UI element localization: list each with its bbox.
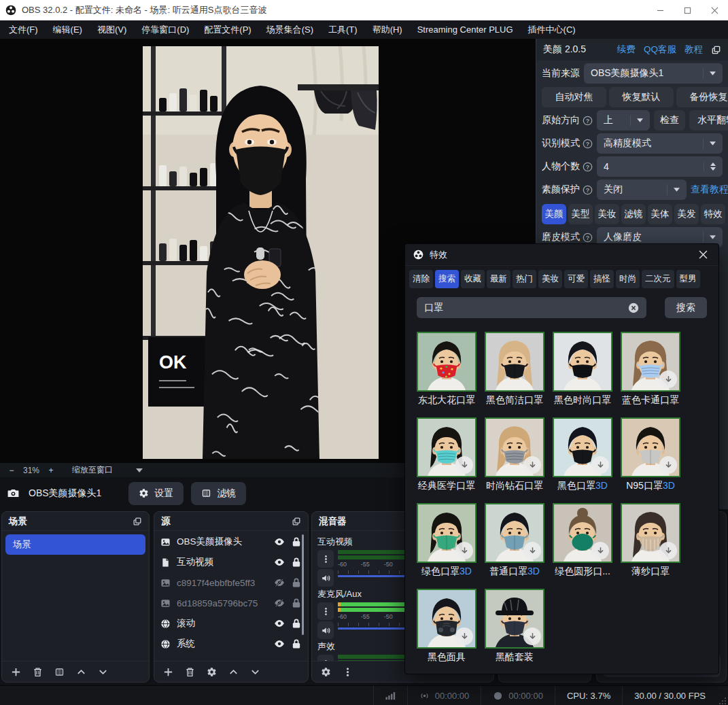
dialog-close-button[interactable] [695, 247, 710, 262]
lock-icon[interactable] [291, 577, 302, 588]
help-icon[interactable]: ? [583, 116, 593, 126]
effect-thumbnail[interactable] [621, 417, 680, 477]
close-button[interactable] [701, 0, 728, 20]
person-count-stepper[interactable]: 4 [597, 156, 723, 177]
effect-item-14[interactable]: 黑酷套装 [485, 589, 544, 664]
current-source-select[interactable]: OBS美颜摄像头1 [584, 63, 723, 84]
minimize-button[interactable] [646, 0, 674, 20]
channel-menu-button[interactable] [317, 602, 334, 620]
menu-item-7[interactable]: 工具(T) [321, 20, 365, 39]
menu-item-4[interactable]: 停靠窗口(D) [134, 20, 196, 39]
effect-item-10[interactable]: 普通口罩3D [485, 503, 544, 578]
lock-icon[interactable] [291, 598, 302, 608]
lock-icon[interactable] [291, 638, 302, 649]
menu-item-3[interactable]: 视图(V) [90, 20, 134, 39]
effect-thumbnail[interactable] [417, 332, 476, 392]
effects-tab-收藏[interactable]: 收藏 [461, 270, 485, 288]
effects-tab-最新[interactable]: 最新 [487, 270, 510, 288]
maximize-button[interactable] [674, 0, 701, 20]
effect-thumbnail[interactable] [621, 503, 680, 563]
menu-item-10[interactable]: 插件中心(C) [521, 20, 583, 39]
menu-item-6[interactable]: 场景集合(S) [259, 20, 321, 39]
eye-off-icon[interactable] [274, 598, 285, 608]
effect-item-2[interactable]: 黑色简洁口罩 [485, 332, 544, 407]
menu-item-1[interactable]: 文件(F) [1, 20, 46, 39]
eye-icon[interactable] [274, 618, 285, 629]
mute-button[interactable] [317, 569, 334, 587]
mute-button[interactable] [317, 621, 334, 639]
lock-icon[interactable] [291, 536, 302, 547]
effect-item-7[interactable]: 黑色口罩3D [553, 417, 612, 492]
beauty-tab-美妆[interactable]: 美妆 [595, 204, 619, 224]
channel-menu-button[interactable] [317, 550, 334, 568]
source-row-5[interactable]: 滚动 [154, 613, 308, 634]
source-row-2[interactable]: 互动视频 [154, 552, 308, 572]
search-button[interactable]: 搜索 [665, 297, 707, 318]
settings-button[interactable]: 设置 [128, 482, 184, 505]
stepper-arrows[interactable] [704, 162, 716, 171]
effect-thumbnail[interactable] [417, 503, 476, 563]
channel-menu-button[interactable] [317, 655, 334, 661]
beauty-link-2[interactable]: QQ客服 [644, 44, 676, 56]
makeup-protect-select[interactable]: 关闭 [597, 179, 687, 200]
eye-icon[interactable] [274, 536, 285, 547]
eye-icon[interactable] [274, 557, 285, 568]
popout-icon[interactable] [711, 45, 721, 55]
beauty-action-button-1[interactable]: 自动对焦 [542, 87, 606, 107]
beauty-tab-美颜[interactable]: 美颜 [542, 204, 566, 224]
zoom-in-button[interactable]: + [45, 466, 57, 475]
add-source-icon[interactable] [163, 667, 173, 677]
effect-item-1[interactable]: 东北大花口罩 [417, 332, 476, 407]
sources-scrollbar[interactable] [302, 534, 304, 635]
orientation-select[interactable]: 上 [597, 110, 650, 131]
source-row-6[interactable]: 系统 [154, 634, 308, 654]
beauty-tab-特效[interactable]: 特效 [701, 204, 725, 224]
filters-button[interactable]: 滤镜 [191, 482, 246, 505]
help-icon[interactable]: ? [583, 233, 593, 243]
remove-source-icon[interactable] [185, 667, 195, 677]
clear-search-icon[interactable] [628, 303, 639, 313]
eye-icon[interactable] [274, 638, 285, 649]
zoom-out-button[interactable]: − [5, 466, 18, 475]
effect-thumbnail[interactable] [485, 417, 544, 477]
beauty-action-button-3[interactable]: 备份恢复 [676, 87, 728, 107]
source-row-4[interactable]: 6d18859a5796bc75 [154, 593, 308, 613]
add-scene-icon[interactable] [11, 667, 21, 677]
effect-item-8[interactable]: N95口罩3D [621, 417, 680, 492]
help-icon[interactable]: ? [583, 162, 593, 172]
popout-icon[interactable] [292, 517, 301, 526]
beauty-link-1[interactable]: 续费 [617, 44, 636, 56]
beauty-link-3[interactable]: 教程 [684, 44, 703, 56]
effects-tab-搞怪[interactable]: 搞怪 [590, 270, 614, 288]
source-row-3[interactable]: c8917f4ebbfbfe5ff3 [154, 572, 308, 593]
effect-item-12[interactable]: 薄纱口罩 [621, 503, 680, 578]
popout-icon[interactable] [133, 517, 142, 526]
resize-grip[interactable] [718, 697, 727, 705]
remove-scene-icon[interactable] [33, 667, 43, 677]
effects-tab-时尚[interactable]: 时尚 [616, 270, 640, 288]
effects-tab-清除[interactable]: 清除 [409, 270, 433, 288]
advanced-audio-icon[interactable] [321, 667, 331, 677]
effect-thumbnail[interactable] [485, 332, 544, 392]
move-down-icon[interactable] [98, 667, 108, 677]
effect-thumbnail[interactable] [417, 417, 476, 477]
menu-item-9[interactable]: Streaming Center PLUG [410, 20, 521, 39]
effect-item-3[interactable]: 黑色时尚口罩 [553, 332, 612, 407]
source-properties-icon[interactable] [207, 667, 217, 677]
horizontal-flip-button[interactable]: 水平翻转 [689, 110, 728, 131]
scene-item[interactable]: 场景 [5, 534, 145, 555]
effects-tab-型男[interactable]: 型男 [676, 270, 700, 288]
source-row-1[interactable]: OBS美颜摄像头 [154, 532, 308, 552]
effects-tab-热门[interactable]: 热门 [513, 270, 536, 288]
recognition-mode-select[interactable]: 高精度模式 [597, 133, 723, 154]
move-up-icon[interactable] [228, 667, 239, 677]
effects-tab-二次元[interactable]: 二次元 [642, 270, 674, 288]
effect-item-6[interactable]: 时尚钻石口罩 [485, 417, 544, 492]
move-up-icon[interactable] [76, 667, 86, 677]
effect-thumbnail[interactable] [621, 332, 680, 392]
lock-icon[interactable] [291, 618, 302, 629]
menu-item-5[interactable]: 配置文件(P) [196, 20, 258, 39]
effect-item-11[interactable]: 绿色圆形口... [553, 503, 612, 578]
beauty-action-button-2[interactable]: 恢复默认 [609, 87, 674, 107]
view-tutorial-link[interactable]: 查看教程 [691, 184, 728, 196]
